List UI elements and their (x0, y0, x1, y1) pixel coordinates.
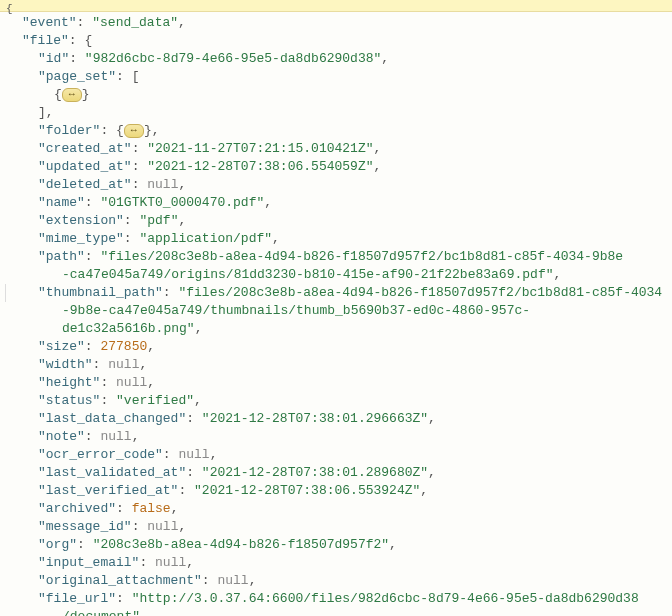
json-line: "height": null, (6, 374, 666, 392)
json-line: "input_email": null, (6, 554, 666, 572)
key-folder: "folder" (38, 123, 100, 138)
value-extension: "pdf" (139, 213, 178, 228)
key-ocr-error: "ocr_error_code" (38, 447, 163, 462)
value-last-data-changed: "2021-12-28T07:38:01.296663Z" (202, 411, 428, 426)
key-file-url: "file_url" (38, 591, 116, 606)
key-thumbnail-path: "thumbnail_path" (38, 285, 163, 300)
value-height: null (116, 375, 147, 390)
json-line: "page_set": [ (6, 68, 666, 86)
json-line-wrap: -9b8e-ca47e045a749/thumbnails/thumb_b569… (6, 302, 666, 338)
value-ocr-error: null (178, 447, 209, 462)
json-line: "file": { (6, 32, 666, 50)
expand-icon[interactable]: ↔ (62, 88, 82, 102)
json-line: "thumbnail_path": "files/208c3e8b-a8ea-4… (5, 284, 666, 302)
value-thumbnail-path-1: "files/208c3e8b-a8ea-4d94-b826-f18507d95… (178, 285, 662, 300)
key-status: "status" (38, 393, 100, 408)
json-line: ], (6, 104, 666, 122)
value-updated-at: "2021-12-28T07:38:06.554059Z" (147, 159, 373, 174)
expand-icon[interactable]: ↔ (124, 124, 144, 138)
json-line: "path": "files/208c3e8b-a8ea-4d94-b826-f… (6, 248, 666, 266)
json-line: "folder": {↔}, (6, 122, 666, 140)
json-line-collapsed: {↔} (6, 86, 666, 104)
json-line: "file_url": "http://3.0.37.64:6600/files… (6, 590, 666, 608)
json-line: "org": "208c3e8b-a8ea-4d94-b826-f18507d9… (6, 536, 666, 554)
json-line: "event": "send_data", (6, 14, 666, 32)
json-line: "created_at": "2021-11-27T07:21:15.01042… (6, 140, 666, 158)
json-line: "deleted_at": null, (6, 176, 666, 194)
value-original-attachment: null (217, 573, 248, 588)
value-name: "01GTKT0_0000470.pdf" (100, 195, 264, 210)
key-last-validated: "last_validated_at" (38, 465, 186, 480)
value-input-email: null (155, 555, 186, 570)
value-size: 277850 (100, 339, 147, 354)
colon: : (77, 15, 85, 30)
value-path-2: -ca47e045a749/origins/81dd3230-b810-415e… (62, 267, 553, 282)
json-line: "status": "verified", (6, 392, 666, 410)
value-path-1: "files/208c3e8b-a8ea-4d94-b826-f18507d95… (100, 249, 623, 264)
json-line: "message_id": null, (6, 518, 666, 536)
value-org: "208c3e8b-a8ea-4d94-b826-f18507d957f2" (93, 537, 389, 552)
json-line: "ocr_error_code": null, (6, 446, 666, 464)
key-mime-type: "mime_type" (38, 231, 124, 246)
key-note: "note" (38, 429, 85, 444)
value-file-url-2: /document" (62, 609, 140, 616)
key-org: "org" (38, 537, 77, 552)
value-event: "send_data" (92, 15, 178, 30)
key-height: "height" (38, 375, 100, 390)
json-line-wrap: /document" (6, 608, 666, 616)
json-line-wrap: -ca47e045a749/origins/81dd3230-b810-415e… (6, 266, 666, 284)
value-id: "982d6cbc-8d79-4e66-95e5-da8db6290d38" (85, 51, 381, 66)
value-created-at: "2021-11-27T07:21:15.010421Z" (147, 141, 373, 156)
key-page-set: "page_set" (38, 69, 116, 84)
value-last-verified: "2021-12-28T07:38:06.553924Z" (194, 483, 420, 498)
json-line: "size": 277850, (6, 338, 666, 356)
json-line: "id": "982d6cbc-8d79-4e66-95e5-da8db6290… (6, 50, 666, 68)
value-note: null (100, 429, 131, 444)
value-status: "verified" (116, 393, 194, 408)
key-original-attachment: "original_attachment" (38, 573, 202, 588)
root-open-brace: { (6, 3, 13, 15)
json-line: "last_validated_at": "2021-12-28T07:38:0… (6, 464, 666, 482)
top-highlight-bar: { (0, 0, 672, 12)
json-line: "original_attachment": null, (6, 572, 666, 590)
json-line: "mime_type": "application/pdf", (6, 230, 666, 248)
key-width: "width" (38, 357, 93, 372)
json-line: "extension": "pdf", (6, 212, 666, 230)
value-deleted-at: null (147, 177, 178, 192)
key-name: "name" (38, 195, 85, 210)
value-message-id: null (147, 519, 178, 534)
key-id: "id" (38, 51, 69, 66)
json-line: "last_data_changed": "2021-12-28T07:38:0… (6, 410, 666, 428)
value-file-url-1: "http://3.0.37.64:6600/files/982d6cbc-8d… (132, 591, 639, 606)
json-line: "archived": false, (6, 500, 666, 518)
value-last-validated: "2021-12-28T07:38:01.289680Z" (202, 465, 428, 480)
json-viewer: "event": "send_data", "file": { "id": "9… (0, 12, 672, 616)
key-last-verified: "last_verified_at" (38, 483, 178, 498)
value-archived: false (132, 501, 171, 516)
json-line: "updated_at": "2021-12-28T07:38:06.55405… (6, 158, 666, 176)
close-bracket: ] (38, 105, 46, 120)
key-created-at: "created_at" (38, 141, 132, 156)
key-message-id: "message_id" (38, 519, 132, 534)
key-path: "path" (38, 249, 85, 264)
open-brace: { (84, 33, 92, 48)
key-updated-at: "updated_at" (38, 159, 132, 174)
key-input-email: "input_email" (38, 555, 139, 570)
key-size: "size" (38, 339, 85, 354)
key-file: "file" (22, 33, 69, 48)
key-extension: "extension" (38, 213, 124, 228)
comma: , (178, 15, 186, 30)
key-last-data-changed: "last_data_changed" (38, 411, 186, 426)
json-line: "note": null, (6, 428, 666, 446)
key-deleted-at: "deleted_at" (38, 177, 132, 192)
json-line: "last_verified_at": "2021-12-28T07:38:06… (6, 482, 666, 500)
value-width: null (108, 357, 139, 372)
open-bracket: [ (132, 69, 140, 84)
key-archived: "archived" (38, 501, 116, 516)
key-event: "event" (22, 15, 77, 30)
value-thumbnail-path-2: -9b8e-ca47e045a749/thumbnails/thumb_b569… (62, 303, 530, 336)
json-line: "name": "01GTKT0_0000470.pdf", (6, 194, 666, 212)
value-mime-type: "application/pdf" (139, 231, 272, 246)
json-line: "width": null, (6, 356, 666, 374)
